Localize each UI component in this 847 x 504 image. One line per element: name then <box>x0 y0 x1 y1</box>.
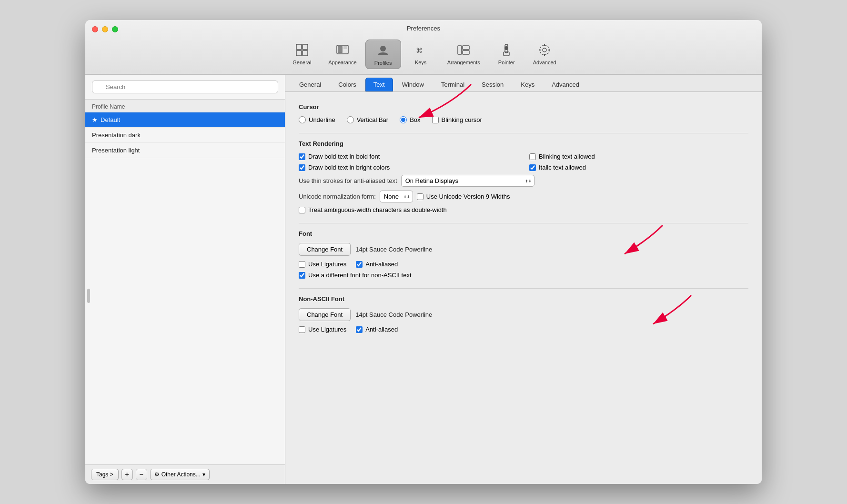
window-controls <box>92 26 118 32</box>
blinking-text[interactable]: Blinking text allowed <box>529 153 748 160</box>
toolbar-item-arrangements[interactable]: Arrangements <box>441 40 487 69</box>
thin-strokes-label: Use thin strokes for anti-aliased text <box>299 177 397 184</box>
svg-rect-10 <box>463 46 469 50</box>
tab-colors[interactable]: Colors <box>330 78 364 91</box>
search-input[interactable] <box>92 81 278 93</box>
tab-session[interactable]: Session <box>474 78 512 91</box>
unicode-norm-select-wrapper: None NFC NFD <box>380 191 413 202</box>
pointer-icon <box>499 42 514 58</box>
change-font-button[interactable]: Change Font <box>299 243 351 256</box>
anti-aliased-checkbox[interactable] <box>356 261 363 268</box>
tab-keys[interactable]: Keys <box>513 78 543 91</box>
toolbar-label-profiles: Profiles <box>374 60 392 66</box>
gear-icon: ⚙ <box>154 471 160 478</box>
cursor-box-radio[interactable] <box>400 116 407 123</box>
non-ascii-ligatures-checkbox[interactable] <box>299 326 305 333</box>
profile-item-default[interactable]: ★Default <box>85 112 285 128</box>
thin-strokes-select[interactable]: On Retina Displays Always Never Auto <box>401 175 534 187</box>
unicode-v9-checkbox[interactable] <box>417 193 424 200</box>
other-actions-button[interactable]: ⚙ Other Actions... ▾ <box>150 469 210 480</box>
advanced-icon <box>537 42 552 58</box>
text-rendering-title: Text Rendering <box>299 140 748 147</box>
non-ascii-font-options-row: Use Ligatures Anti-aliased <box>299 326 748 333</box>
cursor-blinking-checkbox[interactable] <box>432 117 439 123</box>
use-ligatures[interactable]: Use Ligatures <box>299 261 346 268</box>
maximize-button[interactable] <box>112 26 118 32</box>
anti-aliased[interactable]: Anti-aliased <box>356 261 398 268</box>
tab-window[interactable]: Window <box>394 78 432 91</box>
unicode-norm-row: Unicode normalization form: None NFC NFD… <box>299 191 748 202</box>
tab-general[interactable]: General <box>291 78 329 91</box>
add-profile-button[interactable]: + <box>121 469 133 480</box>
diff-font-nonascii-label: Use a different font for non-ASCII text <box>308 272 412 279</box>
draw-bold-bold-checkbox[interactable] <box>299 153 305 160</box>
arrangements-icon <box>456 42 471 58</box>
use-ligatures-checkbox[interactable] <box>299 261 305 268</box>
preferences-window: Preferences General <box>85 20 762 484</box>
font-options-row: Use Ligatures Anti-aliased <box>299 261 748 268</box>
non-ascii-change-font-button[interactable]: Change Font <box>299 308 351 321</box>
cursor-underline[interactable]: Underline <box>299 116 335 123</box>
minimize-button[interactable] <box>102 26 108 32</box>
cursor-vertical-bar-radio[interactable] <box>347 116 354 123</box>
toolbar-item-profiles[interactable]: Profiles <box>365 40 401 69</box>
toolbar-label-pointer: Pointer <box>498 60 515 65</box>
non-ascii-font-change-row: Change Font 14pt Sauce Code Powerline <box>299 308 748 321</box>
ambiguous-width-option[interactable]: Treat ambiguous-width characters as doub… <box>299 206 748 213</box>
settings-content: Cursor Underline Vertical Bar Box <box>285 92 762 484</box>
unicode-norm-label: Unicode normalization form: <box>299 193 376 200</box>
non-ascii-font-name-label: 14pt Sauce Code Powerline <box>355 311 432 318</box>
profile-item-dark[interactable]: Presentation dark <box>85 128 285 143</box>
toolbar-item-keys[interactable]: ⌘ Keys <box>403 40 439 69</box>
svg-rect-6 <box>343 46 347 49</box>
svg-point-15 <box>543 48 546 52</box>
blinking-text-checkbox[interactable] <box>529 153 536 160</box>
tags-button[interactable]: Tags > <box>91 469 119 480</box>
close-button[interactable] <box>92 26 98 32</box>
draw-bold-bright[interactable]: Draw bold text in bright colors <box>299 164 518 171</box>
cursor-blinking[interactable]: Blinking cursor <box>432 116 482 123</box>
profile-item-light[interactable]: Presentation light <box>85 143 285 158</box>
profile-name-default: Default <box>101 116 120 123</box>
toolbar-item-appearance[interactable]: Appearance <box>322 40 363 69</box>
italic-text-checkbox[interactable] <box>529 164 536 171</box>
non-ascii-ligatures[interactable]: Use Ligatures <box>299 326 346 333</box>
non-ascii-section: Non-ASCII Font Change Font 14pt Sauce Co… <box>299 295 748 333</box>
star-icon: ★ <box>92 116 98 123</box>
ambiguous-width-checkbox[interactable] <box>299 207 305 213</box>
non-ascii-ligatures-label: Use Ligatures <box>308 326 346 333</box>
non-ascii-anti-aliased[interactable]: Anti-aliased <box>356 326 398 333</box>
content-panel: General Colors Text Window Terminal Sess… <box>285 75 762 484</box>
use-ligatures-label: Use Ligatures <box>308 261 346 268</box>
svg-rect-3 <box>302 50 308 56</box>
scroll-indicator[interactable] <box>87 289 90 303</box>
draw-bold-bright-checkbox[interactable] <box>299 164 305 171</box>
italic-text[interactable]: Italic text allowed <box>529 164 748 171</box>
unicode-v9-option[interactable]: Use Unicode Version 9 Widths <box>417 193 510 200</box>
svg-rect-2 <box>296 50 302 56</box>
remove-profile-button[interactable]: − <box>136 469 147 480</box>
tab-terminal[interactable]: Terminal <box>433 78 473 91</box>
toolbar-item-advanced[interactable]: Advanced <box>526 40 563 69</box>
toolbar-item-general[interactable]: General <box>284 40 320 69</box>
cursor-vertical-bar[interactable]: Vertical Bar <box>347 116 388 123</box>
diff-font-nonascii[interactable]: Use a different font for non-ASCII text <box>299 272 748 279</box>
font-name-label: 14pt Sauce Code Powerline <box>355 246 432 253</box>
cursor-underline-radio[interactable] <box>299 116 306 123</box>
profile-name-dark: Presentation dark <box>92 131 141 139</box>
svg-rect-0 <box>296 44 302 50</box>
profile-list: ★Default Presentation dark Presentation … <box>85 112 285 464</box>
cursor-vertical-bar-label: Vertical Bar <box>357 116 388 123</box>
toolbar-item-pointer[interactable]: Pointer <box>489 40 524 69</box>
sidebar-bottom: Tags > + − ⚙ Other Actions... ▾ <box>85 464 285 484</box>
search-bar: 🔍 <box>85 75 285 100</box>
diff-font-nonascii-checkbox[interactable] <box>299 272 305 279</box>
tab-text[interactable]: Text <box>365 78 393 91</box>
unicode-norm-select[interactable]: None NFC NFD <box>380 191 413 202</box>
cursor-box[interactable]: Box <box>400 116 420 123</box>
window-title: Preferences <box>93 25 754 36</box>
draw-bold-bold[interactable]: Draw bold text in bold font <box>299 153 518 160</box>
non-ascii-anti-aliased-checkbox[interactable] <box>356 326 363 333</box>
tab-advanced[interactable]: Advanced <box>544 78 587 91</box>
cursor-box-label: Box <box>410 116 420 123</box>
